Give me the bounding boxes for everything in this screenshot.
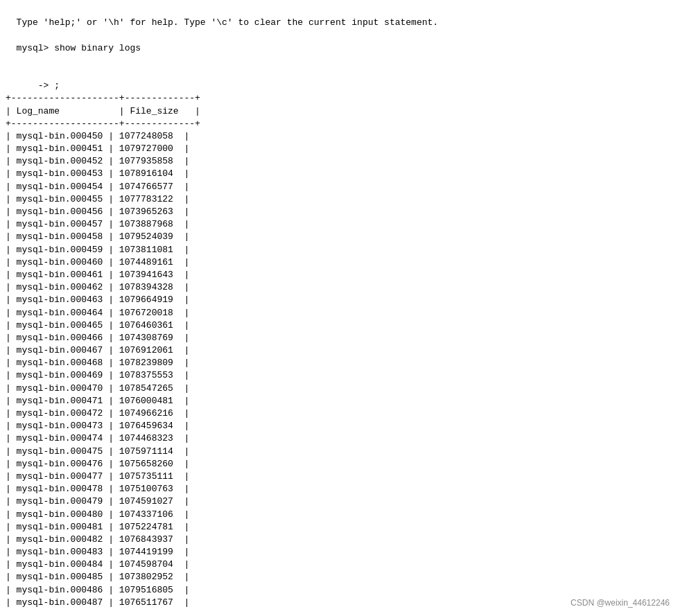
binary-logs-table: +--------------------+-------------+ | L…: [6, 92, 672, 609]
help-text: Type 'help;' or '\h' for help. Type '\c'…: [17, 17, 439, 28]
terminal-output: Type 'help;' or '\h' for help. Type '\c'…: [6, 4, 672, 29]
mysql-prompt1: mysql> show binary logs: [17, 43, 141, 53]
mysql-prompt2: -> ;: [17, 80, 60, 91]
watermark-text: CSDN @weixin_44612246: [571, 598, 670, 608]
terminal-commands: mysql> show binary logs -> ;: [6, 29, 672, 92]
